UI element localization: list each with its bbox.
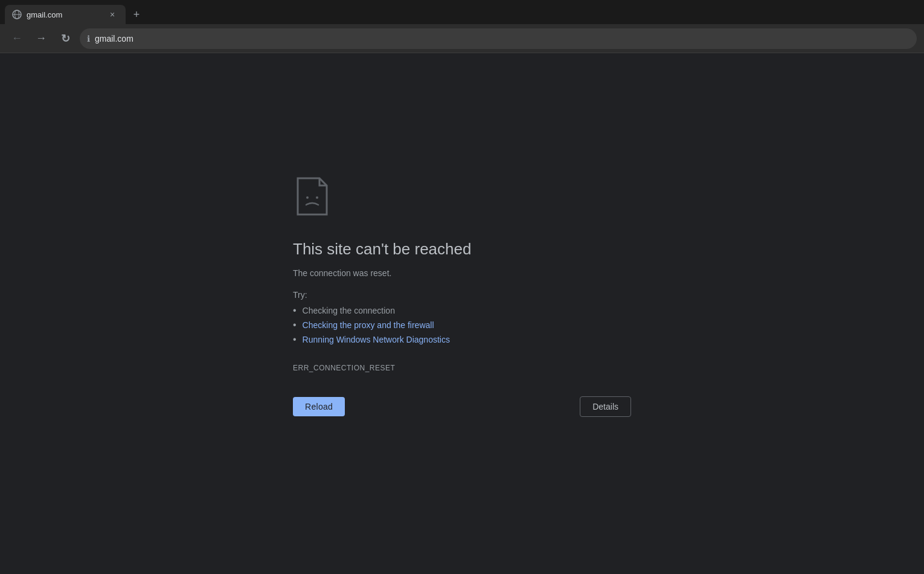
sad-page-icon	[290, 175, 334, 221]
forward-button[interactable]: →	[31, 29, 51, 48]
back-button[interactable]: ←	[7, 29, 27, 48]
new-tab-button[interactable]: +	[128, 6, 145, 23]
tab-favicon-icon	[12, 10, 22, 19]
address-input[interactable]	[95, 34, 910, 44]
suggestion-link-3[interactable]: Running Windows Network Diagnostics	[303, 335, 450, 344]
content-area: This site can't be reached The connectio…	[0, 53, 924, 574]
list-item: Checking the connection	[293, 306, 450, 315]
try-list: Checking the connection Checking the pro…	[293, 306, 450, 349]
svg-point-3	[306, 196, 309, 199]
svg-point-4	[316, 196, 318, 199]
try-label: Try:	[293, 290, 307, 300]
error-container: This site can't be reached The connectio…	[281, 163, 643, 429]
browser-chrome: gmail.com × + ← → ↻ ℹ	[0, 0, 924, 53]
suggestion-text-1: Checking the connection	[303, 306, 395, 315]
toolbar: ← → ↻ ℹ	[0, 24, 924, 53]
list-item: Checking the proxy and the firewall	[293, 320, 450, 330]
reload-page-button[interactable]: Reload	[293, 397, 345, 416]
error-subtitle: The connection was reset.	[293, 268, 391, 278]
tab-title: gmail.com	[27, 10, 101, 19]
error-code: ERR_CONNECTION_RESET	[293, 364, 395, 372]
active-tab[interactable]: gmail.com ×	[5, 5, 126, 24]
tab-close-button[interactable]: ×	[106, 8, 118, 21]
suggestion-link-2[interactable]: Checking the proxy and the firewall	[303, 320, 434, 330]
reload-button[interactable]: ↻	[56, 29, 75, 48]
details-button[interactable]: Details	[580, 396, 631, 417]
list-item: Running Windows Network Diagnostics	[293, 335, 450, 344]
right-button-area: Details	[345, 396, 631, 417]
tab-bar: gmail.com × +	[0, 0, 924, 24]
button-row: Reload Details	[293, 396, 631, 417]
error-title: This site can't be reached	[293, 240, 471, 259]
address-bar-container[interactable]: ℹ	[80, 28, 917, 49]
lock-icon: ℹ	[87, 34, 90, 44]
